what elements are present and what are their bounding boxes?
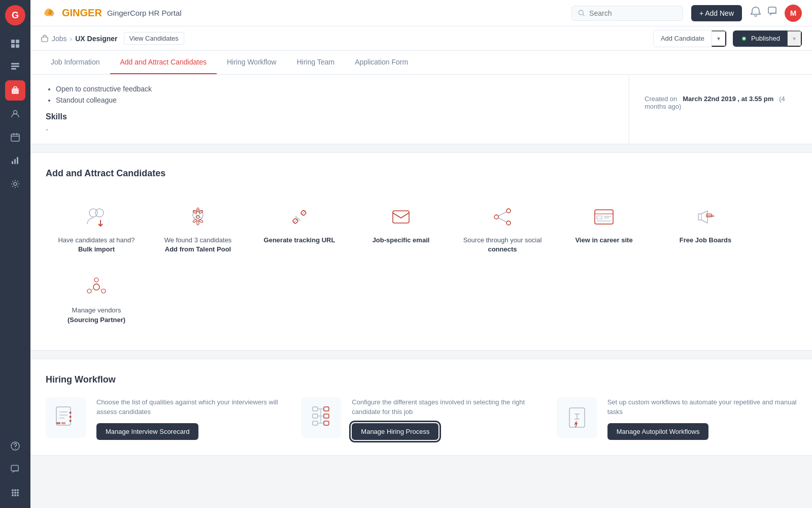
svg-rect-6	[11, 68, 16, 70]
skills-heading: Skills	[46, 112, 614, 121]
career-site-label: View in career site	[575, 236, 632, 245]
hiring-process-button[interactable]: Manage Hiring Process	[352, 423, 438, 440]
scorecard-icon: ★ ★ ★	[46, 397, 86, 438]
job-info-side: Created on March 22nd 2019 , at 3.55 pm …	[629, 75, 812, 144]
add-candidate-button[interactable]: Add Candidate	[654, 31, 712, 46]
svg-point-38	[95, 209, 104, 217]
chat-header-icon[interactable]	[767, 6, 779, 20]
workflow-card-autopilot: Set up custom workflows to automate your…	[557, 397, 797, 440]
tracking-url-icon	[287, 204, 312, 230]
svg-rect-91	[324, 421, 329, 425]
tab-hiring-workflow[interactable]: Hiring Workflow	[217, 51, 287, 74]
nav-bottom	[5, 436, 25, 503]
sub-header: Jobs › UX Designer View Candidates Add C…	[30, 26, 812, 51]
attract-item-email[interactable]: Job-specific email	[350, 194, 452, 264]
scorecard-body: Choose the list of qualities against whi…	[96, 397, 286, 440]
svg-rect-34	[42, 37, 48, 42]
nav-icon-settings[interactable]	[5, 174, 25, 194]
nav-icon-chat[interactable]	[5, 459, 25, 480]
add-candidate-dropdown[interactable]: ▾	[712, 30, 726, 47]
skills-value: -	[46, 125, 614, 134]
scorecard-button[interactable]: Manage Interview Scorecard	[96, 423, 198, 440]
attract-item-career-site[interactable]: View in career site	[553, 194, 655, 264]
autopilot-button[interactable]: Manage Autopilot Workflows	[607, 423, 709, 440]
header-icons: M	[750, 5, 802, 22]
content-area: Open to constructive feedback Standout c…	[30, 75, 812, 508]
attract-item-social[interactable]: Source through your socialconnects	[452, 194, 553, 264]
svg-rect-50	[393, 211, 409, 223]
nav-icon-dashboard[interactable]	[5, 57, 25, 77]
tab-add-attract[interactable]: Add and Attract Candidates	[110, 51, 217, 74]
svg-point-22	[14, 489, 16, 491]
attract-item-vendors[interactable]: Manage vendors(Sourcing Partner)	[46, 264, 147, 334]
job-info-section: Open to constructive feedback Standout c…	[30, 75, 812, 144]
workflow-grid: ★ ★ ★ Choose the list of qualities again…	[46, 397, 797, 440]
tab-hiring-team[interactable]: Hiring Team	[287, 51, 345, 74]
nav-icon-grid[interactable]	[5, 34, 25, 54]
svg-point-32	[579, 10, 583, 15]
tab-job-info[interactable]: Job Information	[41, 51, 110, 74]
svg-rect-89	[324, 407, 329, 411]
svg-point-29	[17, 494, 19, 496]
svg-rect-80	[313, 407, 318, 411]
svg-rect-1	[16, 40, 19, 43]
svg-point-51	[506, 209, 511, 213]
tracking-url-label: Generate tracking URL	[264, 236, 335, 245]
portal-name: GingerCorp HR Portal	[107, 9, 182, 17]
svg-point-46	[193, 219, 197, 223]
hiring-process-icon	[301, 397, 342, 438]
nav-icon-candidates[interactable]	[5, 104, 25, 124]
hiring-process-desc: Configure the different stages involved …	[352, 397, 541, 417]
svg-rect-90	[324, 414, 329, 418]
tab-application-form[interactable]: Application Form	[345, 51, 418, 74]
svg-rect-79	[61, 422, 65, 424]
nav-icon-apps[interactable]	[5, 483, 25, 503]
attract-item-bulk-import[interactable]: Have candidates at hand?Bulk import	[46, 194, 147, 264]
svg-rect-14	[12, 161, 13, 164]
nav-icon-help[interactable]	[5, 436, 25, 456]
talent-pool-icon	[185, 204, 211, 230]
search-bar[interactable]	[571, 6, 683, 21]
view-candidates-button[interactable]: View Candidates	[124, 32, 184, 45]
notification-icon[interactable]	[750, 6, 761, 20]
svg-rect-82	[313, 421, 318, 425]
svg-rect-58	[597, 216, 602, 219]
user-avatar[interactable]: M	[785, 5, 802, 22]
nav-icon-reports[interactable]	[5, 150, 25, 171]
attract-item-tracking-url[interactable]: Generate tracking URL	[249, 194, 350, 264]
svg-point-65	[94, 278, 98, 282]
bulk-import-icon	[84, 204, 109, 230]
svg-rect-78	[56, 422, 60, 424]
published-dropdown[interactable]: ▾	[787, 30, 802, 47]
svg-point-17	[14, 182, 17, 185]
autopilot-body: Set up custom workflows to automate your…	[607, 397, 797, 440]
svg-rect-33	[768, 7, 776, 13]
breadcrumb-current: UX Designer	[75, 35, 117, 43]
svg-rect-4	[11, 63, 19, 65]
workflow-card-scorecard: ★ ★ ★ Choose the list of qualities again…	[46, 397, 286, 440]
logo-ginger: GINGER	[41, 4, 102, 22]
add-new-button[interactable]: + Add New	[691, 5, 742, 21]
svg-rect-56	[595, 210, 613, 224]
svg-point-27	[12, 494, 14, 496]
search-input[interactable]	[589, 9, 676, 17]
svg-point-44	[197, 221, 199, 225]
free-boards-label: Free Job Boards	[680, 236, 732, 245]
svg-point-26	[17, 492, 19, 494]
attract-item-free-boards[interactable]: FREE Free Job Boards	[655, 194, 756, 264]
top-header: GINGER GingerCorp HR Portal + Add New	[30, 0, 812, 26]
svg-point-24	[12, 492, 14, 494]
nav-icon-jobs[interactable]	[5, 80, 25, 101]
attract-item-talent-pool[interactable]: We found 3 candidatesAdd from Talent Poo…	[147, 194, 249, 264]
svg-point-64	[93, 284, 99, 290]
svg-rect-15	[14, 159, 16, 164]
hiring-workflow-section: Hiring Workflow ★ ★ ★	[30, 359, 812, 456]
workflow-title: Hiring Workflow	[46, 374, 797, 385]
nav-icon-calendar[interactable]	[5, 127, 25, 147]
hiring-process-body: Configure the different stages involved …	[352, 397, 541, 440]
created-date: March 22nd 2019 , at 3.55 pm	[683, 95, 773, 103]
svg-point-67	[87, 289, 91, 293]
published-button[interactable]: Published	[733, 31, 787, 46]
breadcrumb-jobs[interactable]: Jobs	[52, 35, 67, 43]
bulk-import-label: Have candidates at hand?Bulk import	[58, 236, 134, 254]
